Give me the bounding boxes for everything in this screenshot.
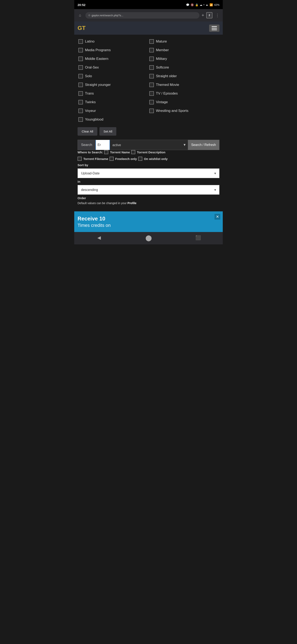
checkbox-mature[interactable]: [149, 39, 154, 44]
vpn-icon: 🔒: [195, 3, 198, 6]
checkbox-themed-movie[interactable]: [149, 82, 154, 87]
home-nav-button[interactable]: ⬤: [143, 234, 154, 242]
back-button[interactable]: ◀: [94, 234, 104, 242]
label-freeleech: Freeleech only: [115, 157, 137, 160]
checkbox-tv-episodes[interactable]: [149, 91, 154, 96]
checkbox-latino[interactable]: [78, 39, 83, 44]
category-item-trans[interactable]: Trans: [77, 89, 148, 98]
checkbox-torrent-filename[interactable]: [77, 157, 82, 161]
checkbox-softcore[interactable]: [149, 65, 154, 70]
category-item-oral-sex[interactable]: Oral-Sex: [77, 63, 148, 72]
search-option-torrent-filename[interactable]: Torrent Filename: [77, 157, 108, 161]
home-button[interactable]: ⌂: [77, 12, 83, 18]
category-label-themed-movie: Themed Movie: [156, 83, 179, 87]
category-item-voyeur[interactable]: Voyeur: [77, 106, 148, 115]
checkbox-straight-younger[interactable]: [78, 82, 83, 87]
checkbox-torrent-description[interactable]: [131, 150, 135, 154]
checkbox-oral-sex[interactable]: [78, 65, 83, 70]
search-input[interactable]: [95, 140, 110, 150]
time: 20:52: [77, 3, 85, 6]
category-item-youngblood[interactable]: Youngblood: [77, 115, 148, 124]
category-item-media-programs[interactable]: Media Programs: [77, 46, 148, 54]
home-icon: ⌂: [79, 13, 81, 18]
category-label-vintage: Vintage: [156, 100, 168, 104]
category-item-straight-younger[interactable]: Straight younger: [77, 80, 148, 89]
search-option-torrent-description[interactable]: Torrent Description: [131, 150, 165, 154]
action-buttons: Clear All Set All: [77, 127, 220, 136]
category-item-softcore[interactable]: Softcore: [148, 63, 220, 72]
category-label-trans: Trans: [85, 92, 94, 96]
volume-icon: 🔇: [191, 3, 194, 6]
profile-note-text: Default values can be changed in your: [77, 202, 127, 205]
checkbox-wishlist[interactable]: [138, 157, 142, 161]
clear-all-button[interactable]: Clear All: [77, 127, 97, 136]
category-label-wrestling-sports: Wrestling and Sports: [156, 109, 188, 113]
browser-menu-button[interactable]: ⋮: [215, 13, 220, 18]
url-text: gaytor.rent/search.php?s...: [92, 14, 123, 17]
category-item-twinks[interactable]: Twinks: [77, 98, 148, 106]
checkbox-trans[interactable]: [78, 91, 83, 96]
banner-title: Receive 10: [77, 216, 220, 222]
search-button[interactable]: Search: [78, 140, 95, 150]
checkbox-youngblood[interactable]: [78, 117, 83, 122]
new-tab-button[interactable]: +: [202, 12, 204, 18]
in-label: in: [77, 180, 220, 183]
checkbox-voyeur[interactable]: [78, 108, 83, 113]
order-select[interactable]: descending ascending: [77, 185, 220, 195]
checkbox-freeleech[interactable]: [109, 157, 114, 161]
wifi-icon: ▲: [206, 3, 208, 6]
whatsapp-icon: 💬: [186, 3, 189, 6]
where-to-search-row2: Torrent Filename Freeleech only On wishl…: [77, 157, 220, 161]
category-label-straight-younger: Straight younger: [85, 83, 111, 87]
banner-subtitle: Times credits on: [77, 223, 220, 228]
hamburger-menu-button[interactable]: [209, 24, 220, 32]
checkbox-torrent-name[interactable]: [104, 150, 108, 154]
category-label-youngblood: Youngblood: [85, 118, 103, 122]
category-item-straight-older[interactable]: Straight older: [148, 72, 220, 80]
category-item-tv-episodes[interactable]: TV / Episodes: [148, 89, 220, 98]
set-all-button[interactable]: Set All: [99, 127, 117, 136]
site-logo: GT: [77, 25, 86, 31]
url-security-icon: ⊙: [88, 14, 90, 17]
category-item-vintage[interactable]: Vintage: [148, 98, 220, 106]
checkbox-military[interactable]: [149, 56, 154, 61]
checkbox-wrestling-sports[interactable]: [149, 108, 154, 113]
checkbox-media-programs[interactable]: [78, 48, 83, 52]
search-refresh-button[interactable]: Search / Refresh: [188, 140, 219, 150]
label-torrent-name: Torrent Name: [110, 150, 130, 154]
profile-link[interactable]: Profile: [127, 202, 137, 205]
category-item-themed-movie[interactable]: Themed Movie: [148, 80, 220, 89]
category-item-military[interactable]: Military: [148, 54, 220, 63]
checkbox-vintage[interactable]: [149, 100, 154, 104]
category-label-middle-eastern: Middle Eastern: [85, 57, 108, 61]
status-select[interactable]: active all dead: [110, 140, 188, 150]
url-bar[interactable]: ⊙ gaytor.rent/search.php?s...: [85, 12, 199, 18]
category-item-wrestling-sports[interactable]: Wrestling and Sports: [148, 106, 220, 115]
banner-close-button[interactable]: ✕: [215, 214, 220, 220]
category-grid: Latino Mature Media Programs Member Midd…: [77, 37, 220, 124]
search-option-freeleech[interactable]: Freeleech only: [109, 157, 137, 161]
sort-select[interactable]: Upload-Date Name Size Seeds Leeches: [77, 168, 220, 178]
checkbox-member[interactable]: [149, 48, 154, 52]
checkbox-middle-eastern[interactable]: [78, 56, 83, 61]
category-label-media-programs: Media Programs: [85, 48, 111, 52]
search-option-torrent-name[interactable]: Torrent Name: [104, 150, 130, 154]
battery: 42%: [214, 3, 220, 6]
category-label-tv-episodes: TV / Episodes: [156, 92, 178, 96]
tab-switcher-button[interactable]: 2: [206, 12, 212, 18]
category-item-mature[interactable]: Mature: [148, 37, 220, 46]
order-select-wrapper: descending ascending ▼: [77, 185, 220, 195]
checkbox-twinks[interactable]: [78, 100, 83, 104]
category-item-solo[interactable]: Solo: [77, 72, 148, 80]
site-header: GT: [74, 22, 223, 35]
bottom-nav: ◀ ⬤ ⬛: [74, 232, 223, 244]
category-item-member[interactable]: Member: [148, 46, 220, 54]
category-item-middle-eastern[interactable]: Middle Eastern: [77, 54, 148, 63]
checkbox-straight-older[interactable]: [149, 74, 154, 78]
category-label-voyeur: Voyeur: [85, 109, 96, 113]
category-label-twinks: Twinks: [85, 100, 96, 104]
checkbox-solo[interactable]: [78, 74, 83, 78]
category-item-latino[interactable]: Latino: [77, 37, 148, 46]
search-option-wishlist[interactable]: On wishlist only: [138, 157, 168, 161]
recents-button[interactable]: ⬛: [193, 234, 203, 242]
